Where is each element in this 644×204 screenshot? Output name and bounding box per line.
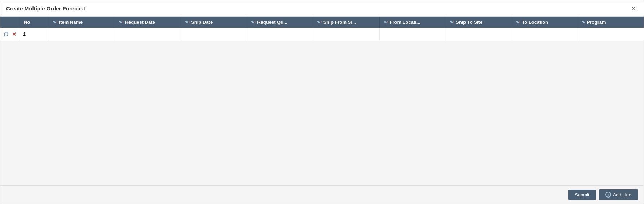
ship-from-site-input[interactable] [316,31,376,37]
col-header-from-location: ✎* From Locati... [379,17,446,28]
table-header-row: No ✎* Item Name ✎* Request Date [0,17,644,28]
col-label-from-location: From Locati... [389,19,420,25]
add-line-button[interactable]: ○ Add Line [599,189,638,200]
col-header-actions [0,17,20,28]
edit-icon-ship-to-site: ✎* [450,20,455,25]
close-button[interactable]: × [629,4,638,13]
delete-row-button[interactable]: ✕ [11,31,17,38]
dialog-footer: Submit ○ Add Line [0,185,644,204]
col-label-item-name: Item Name [59,19,83,25]
edit-icon-request-date: ✎* [119,20,124,25]
row-to-location-cell[interactable] [512,28,578,41]
col-label-to-location: To Location [522,19,548,25]
program-input[interactable] [581,31,641,37]
submit-button[interactable]: Submit [568,190,596,200]
table-row: 🗍 ✕ 1 [0,28,644,41]
edit-icon-item-name: ✎* [53,20,58,25]
from-location-input[interactable] [383,31,443,37]
edit-icon-request-quantity: ✎* [251,20,256,25]
col-label-ship-from-site: Ship From Si... [323,19,356,25]
row-from-location-cell[interactable] [379,28,446,41]
edit-icon-ship-from-site: ✎* [317,20,322,25]
col-label-no: No [24,19,30,25]
col-label-program: Program [587,19,606,25]
col-header-request-date: ✎* Request Date [115,17,181,28]
copy-row-button[interactable]: 🗍 [3,31,10,38]
order-forecast-table: No ✎* Item Name ✎* Request Date [0,17,644,41]
col-header-ship-from-site: ✎* Ship From Si... [313,17,380,28]
edit-icon-from-location: ✎* [383,20,388,25]
dialog-body: No ✎* Item Name ✎* Request Date [0,17,644,185]
col-label-ship-date: Ship Date [191,19,213,25]
col-header-ship-to-site: ✎* Ship To Site [446,17,512,28]
row-actions: 🗍 ✕ [3,31,17,38]
item-name-input[interactable] [52,31,112,37]
row-item-name-cell[interactable] [49,28,115,41]
dialog-header: Create Multiple Order Forecast × [0,0,644,17]
ship-date-input[interactable] [184,31,244,37]
col-header-no: No [20,17,49,28]
create-multiple-order-forecast-dialog: Create Multiple Order Forecast × No ✎* I [0,0,644,204]
col-header-request-quantity: ✎* Request Qu... [247,17,313,28]
row-request-date-cell[interactable] [115,28,181,41]
row-request-quantity-cell[interactable] [247,28,313,41]
col-header-ship-date: ✎* Ship Date [181,17,247,28]
col-label-ship-to-site: Ship To Site [456,19,482,25]
request-quantity-input[interactable] [250,31,310,37]
ship-to-site-input[interactable] [449,31,509,37]
row-ship-to-site-cell[interactable] [446,28,512,41]
col-label-request-date: Request Date [125,19,155,25]
col-header-to-location: ✎* To Location [512,17,578,28]
col-label-request-quantity: Request Qu... [257,19,287,25]
edit-icon-program: ✎ [582,20,585,25]
row-ship-date-cell[interactable] [181,28,247,41]
row-no-cell: 1 [20,28,49,41]
dialog-title: Create Multiple Order Forecast [6,5,85,12]
to-location-input[interactable] [515,31,575,37]
row-actions-cell: 🗍 ✕ [0,28,20,41]
edit-icon-ship-date: ✎* [185,20,190,25]
delete-icon: ✕ [12,31,16,37]
row-ship-from-site-cell[interactable] [313,28,380,41]
col-header-program: ✎ Program [578,17,644,28]
copy-icon: 🗍 [4,31,9,37]
request-date-input[interactable] [118,31,178,37]
edit-icon-to-location: ✎* [516,20,521,25]
row-program-cell[interactable] [578,28,644,41]
row-no-value: 1 [23,31,26,37]
add-line-icon: ○ [605,192,611,198]
col-header-item-name: ✎* Item Name [49,17,115,28]
add-line-label: Add Line [613,192,631,198]
